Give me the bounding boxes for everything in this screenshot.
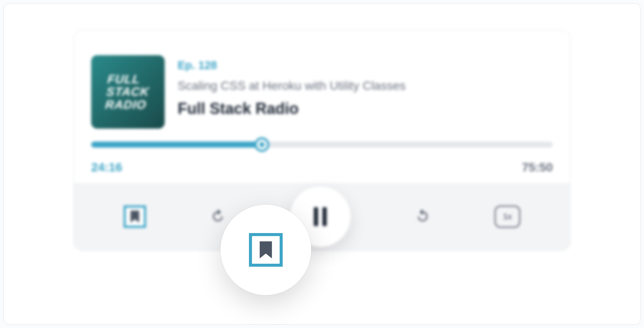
progress-slider[interactable] (91, 142, 553, 148)
progress-section: 24:16 75:50 (74, 142, 570, 183)
podcast-name: Full Stack Radio (178, 100, 406, 118)
bookmark-button[interactable] (124, 205, 146, 228)
bookmark-button-magnified[interactable] (249, 233, 283, 267)
progress-fill (91, 142, 262, 148)
progress-handle[interactable] (255, 137, 269, 152)
player-header: FULL STACK RADIO Ep. 128 Scaling CSS at … (74, 30, 570, 142)
bookmark-icon (130, 211, 140, 223)
rewind-icon (210, 208, 225, 223)
page-frame: FULL STACK RADIO Ep. 128 Scaling CSS at … (3, 3, 641, 325)
time-elapsed: 24:16 (91, 161, 122, 174)
player-controls: 1x (74, 183, 570, 250)
bookmark-icon (258, 241, 273, 259)
pause-icon (314, 207, 327, 226)
playback-speed-button[interactable]: 1x (494, 205, 520, 228)
rewind-button[interactable] (210, 208, 225, 225)
time-total: 75:50 (522, 161, 553, 174)
audio-player-card: FULL STACK RADIO Ep. 128 Scaling CSS at … (73, 30, 571, 251)
forward-button[interactable] (415, 208, 430, 225)
episode-title: Scaling CSS at Heroku with Utility Class… (178, 79, 406, 93)
forward-icon (415, 208, 430, 223)
speed-label: 1x (503, 212, 512, 221)
time-display: 24:16 75:50 (91, 161, 553, 174)
magnifier-overlay (220, 205, 311, 295)
album-cover-text: FULL STACK RADIO (105, 73, 151, 111)
track-info: Ep. 128 Scaling CSS at Heroku with Utili… (178, 55, 406, 118)
album-artwork: FULL STACK RADIO (91, 55, 165, 129)
episode-number: Ep. 128 (178, 59, 406, 72)
